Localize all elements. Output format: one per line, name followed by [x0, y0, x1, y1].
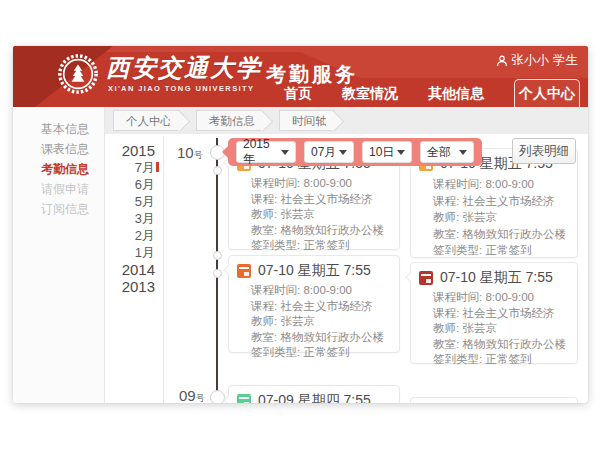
- sidebar-item-schedule-info[interactable]: 课表信息: [41, 141, 89, 157]
- day-number: 09: [179, 387, 196, 403]
- day-label-09: 09号: [179, 387, 205, 403]
- timeline-node: [213, 166, 222, 175]
- main-nav: 首页 教室情况 其他信息 个人中心: [284, 79, 588, 107]
- breadcrumb-bar: 个人中心 考勤信息 时间轴: [105, 107, 588, 134]
- rail-year-2013[interactable]: 2013: [109, 278, 155, 295]
- chevron-down-icon: [339, 150, 347, 155]
- card-row-course-time: 课程时间: 8:00-9:00: [229, 283, 399, 299]
- chevron-down-icon: [459, 150, 467, 155]
- card-title: 07-10 星期五 7:55: [440, 269, 553, 287]
- breadcrumb: 个人中心 考勤信息 时间轴: [113, 110, 351, 131]
- rail-month-3[interactable]: 3月: [109, 210, 155, 227]
- attendance-card-partial: 07-09 星期四 7:55: [228, 385, 400, 403]
- card-row-signin-type: 签到类型: 正常签到: [411, 352, 577, 368]
- day-select-value: 10日: [369, 144, 394, 161]
- date-filter-bar: 2015年 07月 10日 全部: [228, 138, 482, 166]
- year-select[interactable]: 2015年: [236, 141, 296, 163]
- day-unit: 号: [196, 393, 205, 403]
- card-title: 07-09 星期四 7:55: [258, 392, 371, 403]
- card-row-signin-type: 签到类型: 正常签到: [229, 238, 399, 254]
- nav-classroom-status[interactable]: 教室情况: [342, 79, 398, 107]
- app-header: 西安交通大学 XI'AN JIAO TONG UNIVERSITY 考勤服务 张…: [13, 46, 588, 107]
- breadcrumb-attendance-info[interactable]: 考勤信息: [196, 110, 263, 131]
- breadcrumb-personal-center[interactable]: 个人中心: [113, 110, 180, 131]
- card-row-teacher: 教师: 张芸京: [411, 321, 577, 337]
- rail-year-2015[interactable]: 2015: [109, 142, 155, 159]
- day-select[interactable]: 10日: [362, 141, 412, 163]
- card-row-course: 课程: 社会主义市场经济: [229, 192, 399, 208]
- calendar-icon: [237, 394, 251, 403]
- sidebar-item-attendance-info[interactable]: 考勤信息: [41, 161, 89, 177]
- rail-month-6[interactable]: 6月: [109, 176, 155, 193]
- sidebar: 基本信息 课表信息 考勤信息 请假申请 订阅信息: [13, 107, 105, 403]
- card-row-course: 课程: 社会主义市场经济: [229, 299, 399, 315]
- timeline-node: [213, 269, 222, 278]
- card-row-course-time: 课程时间: 8:00-9:00: [229, 176, 399, 192]
- card-row-teacher: 教师: 张芸京: [411, 209, 577, 226]
- card-header: 07-10 星期五 7:55: [229, 256, 399, 283]
- chevron-down-icon: [397, 150, 405, 155]
- calendar-icon: [237, 264, 251, 278]
- timeline-node: [213, 251, 222, 260]
- card-row-course: 课程: 社会主义市场经济: [411, 193, 577, 210]
- app-window: 西安交通大学 XI'AN JIAO TONG UNIVERSITY 考勤服务 张…: [13, 46, 588, 403]
- month-select-value: 07月: [311, 144, 336, 161]
- card-title: 07-10 星期五 7:55: [258, 262, 371, 280]
- card-header: 07-09 星期四 7:55: [229, 386, 399, 403]
- timeline-rail: 2015 7月 6月 5月 3月 2月 1月 2014 2013: [109, 142, 155, 295]
- card-row-signin-type: 签到类型: 正常签到: [411, 242, 577, 259]
- sidebar-item-basic-info[interactable]: 基本信息: [41, 121, 89, 137]
- card-row-course-time: 课程时间: 8:00-9:00: [411, 176, 577, 193]
- month-select[interactable]: 07月: [304, 141, 354, 163]
- rail-divider: [163, 136, 164, 403]
- card-row-course-time: 课程时间: 8:00-9:00: [411, 290, 577, 306]
- card-row-signin-type: 签到类型: 正常签到: [229, 345, 399, 361]
- year-select-value: 2015年: [243, 137, 281, 168]
- university-name-en: XI'AN JIAO TONG UNIVERSITY: [108, 84, 254, 93]
- card-row-classroom: 教室: 格物致知行政办公楼: [411, 337, 577, 353]
- card-row-course: 课程: 社会主义市场经济: [411, 306, 577, 322]
- timeline-node: [210, 390, 225, 404]
- rail-month-7[interactable]: 7月: [109, 159, 155, 176]
- user-name: 张小小: [512, 52, 550, 69]
- card-header: 07-10 星期五 7:55: [411, 263, 577, 290]
- card-row-classroom: 教室: 格物致知行政办公楼: [411, 226, 577, 243]
- rail-month-2[interactable]: 2月: [109, 227, 155, 244]
- person-icon: [496, 55, 508, 67]
- attendance-card: 07-10 星期五 7:55 课程时间: 8:00-9:00 课程: 社会主义市…: [228, 255, 400, 353]
- nav-personal-center-active[interactable]: 个人中心: [514, 79, 580, 107]
- user-role: 学生: [553, 52, 578, 69]
- attendance-card-partial: [410, 397, 578, 403]
- chevron-down-icon: [281, 150, 289, 155]
- card-row-classroom: 教室: 格物致知行政办公楼: [229, 330, 399, 346]
- attendance-card: 07-10 星期五 7:55 课程时间: 8:00-9:00 课程: 社会主义市…: [410, 262, 578, 364]
- calendar-icon: [419, 271, 433, 285]
- day-unit: 号: [194, 150, 203, 160]
- type-select-value: 全部: [427, 144, 451, 161]
- type-select[interactable]: 全部: [420, 141, 474, 163]
- list-detail-button[interactable]: 列表明细: [512, 138, 576, 164]
- current-month-marker: [156, 162, 159, 172]
- day-number: 10: [177, 144, 194, 161]
- rail-month-1[interactable]: 1月: [109, 244, 155, 261]
- nav-other-info[interactable]: 其他信息: [428, 79, 484, 107]
- university-name-zh: 西安交通大学: [106, 52, 262, 84]
- breadcrumb-timeline[interactable]: 时间轴: [279, 110, 335, 131]
- page: 西安交通大学 XI'AN JIAO TONG UNIVERSITY 考勤服务 张…: [0, 0, 600, 450]
- university-seal-icon: [57, 53, 99, 95]
- sidebar-item-leave-request[interactable]: 请假申请: [41, 181, 89, 197]
- card-row-teacher: 教师: 张芸京: [229, 314, 399, 330]
- day-label-10: 10号: [177, 144, 203, 162]
- card-row-classroom: 教室: 格物致知行政办公楼: [229, 223, 399, 239]
- card-row-teacher: 教师: 张芸京: [229, 207, 399, 223]
- sidebar-item-subscription-info[interactable]: 订阅信息: [41, 201, 89, 217]
- rail-year-2014[interactable]: 2014: [109, 261, 155, 278]
- rail-month-5[interactable]: 5月: [109, 193, 155, 210]
- user-account[interactable]: 张小小 学生: [496, 52, 579, 69]
- nav-home[interactable]: 首页: [284, 79, 312, 107]
